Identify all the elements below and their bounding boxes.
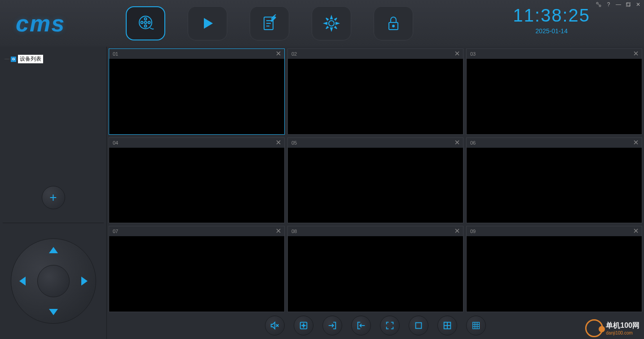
video-cell-header: 06 (467, 138, 642, 148)
video-cell-08[interactable]: 08 (287, 226, 463, 312)
grid-3x3-icon (471, 321, 481, 330)
video-cell-01[interactable]: 01 (109, 48, 285, 135)
minimize-button[interactable]: — (614, 1, 622, 8)
video-cell-04[interactable]: 04 (109, 137, 285, 224)
video-cell-header: 03 (467, 49, 642, 59)
video-cell-id: 09 (470, 229, 476, 234)
svg-point-13 (393, 25, 394, 27)
video-cell-header: 08 (288, 226, 463, 236)
ptz-right-button[interactable] (81, 277, 88, 286)
svg-point-4 (141, 22, 143, 24)
svg-point-1 (145, 18, 147, 20)
video-cell-id: 07 (113, 229, 118, 234)
layout-1-button[interactable] (409, 316, 428, 335)
svg-rect-44 (473, 322, 480, 329)
export-button[interactable] (351, 316, 371, 335)
sparkle-frame-icon (299, 321, 309, 330)
watermark: 单机100网 danji100.com (585, 319, 640, 337)
app-logo: cms (4, 10, 99, 37)
svg-rect-40 (416, 323, 422, 329)
network-icon[interactable] (595, 1, 603, 8)
ptz-down-button[interactable] (49, 309, 58, 315)
film-reel-icon (137, 14, 154, 32)
video-cell-header: 04 (109, 138, 284, 148)
main-area: ┈┈ G 设备列表 + 010203040506070809 (0, 47, 644, 339)
ptz-left-button[interactable] (19, 277, 26, 286)
close-icon[interactable] (454, 228, 460, 234)
svg-rect-17 (627, 2, 631, 6)
video-cell-header: 05 (288, 138, 463, 148)
video-cell-id: 06 (470, 140, 476, 145)
live-view-button[interactable] (126, 6, 165, 40)
group-badge-icon: G (11, 57, 16, 62)
mute-button[interactable] (265, 316, 285, 335)
speaker-mute-icon (270, 321, 280, 330)
close-icon[interactable] (633, 139, 639, 145)
svg-point-5 (145, 22, 147, 24)
help-button[interactable]: ? (604, 1, 613, 8)
close-icon[interactable] (454, 50, 460, 57)
video-cell-06[interactable]: 06 (466, 137, 642, 224)
video-cell-07[interactable]: 07 (109, 226, 285, 312)
ptz-control-area (0, 223, 106, 339)
grid-2x2-icon (442, 321, 452, 330)
svg-point-3 (145, 25, 147, 27)
video-area: 010203040506070809 (107, 47, 644, 339)
fullscreen-button[interactable] (380, 316, 400, 335)
layout-9-button[interactable] (466, 316, 486, 335)
playback-button[interactable] (188, 6, 227, 40)
close-icon[interactable] (633, 50, 639, 57)
device-list-root[interactable]: ┈┈ G 设备列表 (4, 55, 102, 63)
close-icon[interactable] (275, 139, 282, 145)
video-cell-id: 04 (113, 140, 118, 145)
close-icon[interactable] (275, 50, 282, 57)
import-button[interactable] (322, 316, 342, 335)
video-cell-05[interactable]: 05 (287, 137, 463, 224)
layout-4-button[interactable] (437, 316, 457, 335)
ptz-up-button[interactable] (49, 247, 58, 253)
bottom-toolbar: 单机100网 danji100.com (109, 312, 642, 339)
video-cell-id: 03 (470, 51, 476, 57)
clock-time: 11:38:25 (513, 5, 590, 26)
video-cell-id: 05 (291, 140, 297, 145)
play-icon (198, 14, 216, 32)
video-cell-header: 09 (467, 226, 642, 236)
document-edit-icon (260, 14, 278, 32)
video-cell-09[interactable]: 09 (466, 226, 642, 312)
window-controls: ? — ✕ (595, 1, 642, 8)
tree-connector-icon: ┈┈ (4, 57, 9, 62)
svg-marker-6 (204, 18, 213, 29)
video-cell-02[interactable]: 02 (287, 48, 463, 135)
ptz-center-button[interactable] (37, 265, 70, 297)
svg-point-11 (329, 21, 334, 26)
watermark-text: 单机100网 danji100.com (606, 321, 640, 335)
video-cell-03[interactable]: 03 (466, 48, 642, 135)
watermark-logo-icon (585, 319, 603, 337)
add-button-area: + (0, 172, 106, 223)
ptz-dpad (11, 238, 96, 324)
plus-icon: + (49, 190, 57, 205)
close-icon[interactable] (454, 139, 460, 145)
add-device-button[interactable]: + (42, 186, 65, 209)
device-list-label: 设备列表 (18, 55, 43, 63)
sidebar: ┈┈ G 设备列表 + (0, 47, 107, 339)
expand-icon (385, 321, 395, 330)
snapshot-button[interactable] (294, 316, 313, 335)
svg-line-16 (598, 4, 600, 5)
video-cell-header: 07 (109, 226, 284, 236)
enter-icon (327, 321, 337, 330)
close-icon[interactable] (275, 228, 282, 234)
main-toolbar (126, 6, 413, 40)
lock-button[interactable] (374, 6, 413, 40)
video-cell-id: 01 (113, 51, 118, 57)
settings-button[interactable] (312, 6, 351, 40)
close-icon[interactable] (633, 228, 639, 234)
exit-icon (356, 321, 366, 330)
close-button[interactable]: ✕ (634, 1, 642, 8)
device-tree: ┈┈ G 设备列表 (0, 47, 106, 172)
log-button[interactable] (250, 6, 289, 40)
maximize-button[interactable] (624, 1, 632, 8)
video-cell-header: 01 (109, 49, 284, 59)
single-pane-icon (414, 321, 423, 330)
lock-icon (384, 14, 402, 32)
